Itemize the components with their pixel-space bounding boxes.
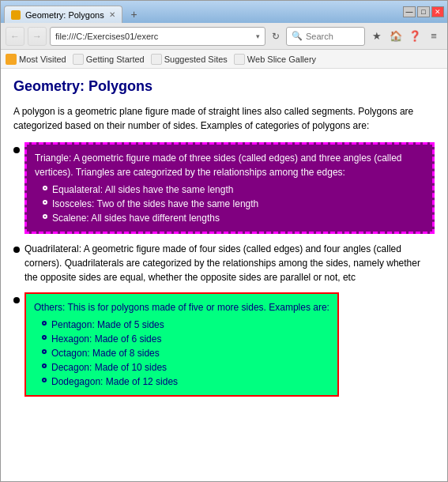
pocket-icon[interactable]: ❓ [406,28,424,45]
bookmark-suggested-label: Suggested Sites [164,55,228,64]
triangle-text: Triangle: A geometric figure made of thr… [35,153,401,178]
close-button[interactable]: ✕ [431,6,444,17]
sub-item-octagon-text: Octagon: Made of 8 sides [51,346,160,360]
tab-title: Geometry: Polygons [25,10,104,20]
bookmark-web-slice[interactable]: Web Slice Gallery [234,54,316,65]
bookmark-most-visited-label: Most Visited [19,55,66,64]
sub-item-scalene: Scalene: All sides have different length… [43,211,424,225]
sub-item-isosceles: Isosceles: Two of the sides have the sam… [43,197,424,211]
triangle-content: Triangle: A geometric figure made of thr… [24,142,435,234]
list-item-others: Others: This is for polygons made of fiv… [13,292,435,397]
address-bar[interactable]: file:///C:/Exercises01/exerc ▾ [50,27,265,46]
sub-item-pentagon: Pentagon: Made of 5 sides [42,318,329,332]
home-icon[interactable]: 🏠 [387,28,405,45]
sub-bullet-8 [42,378,47,382]
forward-button[interactable]: → [28,27,47,46]
bookmarks-bar: Most Visited Getting Started Suggested S… [1,50,447,69]
search-input[interactable] [306,32,361,41]
sub-item-dodegagon: Dodegagon: Made of 12 sides [42,375,329,389]
bookmark-suggested-sites[interactable]: Suggested Sites [151,54,228,65]
sub-item-isosceles-text: Isosceles: Two of the sides have the sam… [52,197,258,211]
sub-item-hexagon-text: Hexagon: Made of 6 sides [51,332,161,346]
sub-bullet-2 [43,200,47,205]
sub-bullet-6 [42,349,47,354]
search-box[interactable]: 🔍 [286,27,365,46]
sub-bullet-1 [43,186,47,190]
others-sub-list: Pentagon: Made of 5 sides Hexagon: Made … [42,318,329,389]
triangle-sub-list: Equalateral: All sides have the same len… [43,183,424,225]
list-item-triangle: Triangle: A geometric figure made of thr… [13,142,435,234]
quad-text: Quadrilateral: A geometric figure made o… [24,242,435,284]
sub-item-dodegagon-text: Dodegagon: Made of 12 sides [51,375,178,389]
more-icon[interactable]: ≡ [425,28,442,45]
triangle-box: Triangle: A geometric figure made of thr… [24,142,435,234]
refresh-button[interactable]: ↻ [269,31,283,42]
sub-item-decagon: Decagon: Made of 10 sides [42,360,329,375]
bookmark-favicon-2 [73,54,84,65]
bookmark-favicon-4 [234,54,245,65]
others-box: Others: This is for polygons made of fiv… [24,292,339,397]
list-item-quadrilateral: Quadrilateral: A geometric figure made o… [13,242,435,284]
browser-window: Geometry: Polygons ✕ + — □ ✕ ← → file://… [0,0,448,482]
sub-item-decagon-text: Decagon: Made of 10 sides [51,360,167,375]
sub-bullet-7 [42,363,47,368]
address-dropdown-icon[interactable]: ▾ [256,32,260,40]
sub-item-scalene-text: Scalene: All sides have different length… [52,211,220,225]
back-button[interactable]: ← [6,27,24,46]
maximize-button[interactable]: □ [417,6,430,17]
bullet-triangle [13,144,20,234]
bookmark-getting-started[interactable]: Getting Started [73,54,145,65]
nav-icons: ★ 🏠 ❓ ≡ [368,28,442,45]
browser-tab[interactable]: Geometry: Polygons ✕ [4,6,122,23]
tab-area: Geometry: Polygons ✕ + [4,1,400,23]
title-bar: Geometry: Polygons ✕ + — □ ✕ [1,1,447,23]
bookmark-web-slice-label: Web Slice Gallery [247,55,316,64]
bookmark-favicon-3 [151,54,162,65]
sub-item-octagon: Octagon: Made of 8 sides [42,346,329,360]
others-text: Others: This is for polygons made of fiv… [34,302,329,313]
others-content: Others: This is for polygons made of fiv… [24,292,339,397]
tab-favicon [11,10,21,20]
minimize-button[interactable]: — [403,6,416,17]
sub-item-equalateral-text: Equalateral: All sides have the same len… [52,183,233,197]
sub-item-hexagon: Hexagon: Made of 6 sides [42,332,329,346]
page-content: Geometry: Polygons A polygon is a geomet… [1,69,447,481]
bullet-others [13,294,20,397]
window-controls: — □ ✕ [403,6,444,17]
page-title: Geometry: Polygons [13,78,435,95]
bookmark-favicon-1 [6,54,17,65]
intro-paragraph: A polygon is a geometric plane figure ma… [13,104,435,133]
address-text: file:///C:/Exercises01/exerc [55,32,256,41]
search-icon: 🔍 [292,31,303,41]
bullet-quadrilateral [13,243,20,284]
sub-bullet-5 [42,335,47,340]
sub-bullet-3 [43,214,47,219]
sub-item-pentagon-text: Pentagon: Made of 5 sides [51,318,164,332]
navigation-bar: ← → file:///C:/Exercises01/exerc ▾ ↻ 🔍 ★… [1,23,447,50]
new-tab-button[interactable]: + [126,6,143,23]
tab-close-button[interactable]: ✕ [109,10,115,19]
bookmark-most-visited[interactable]: Most Visited [6,54,66,65]
sub-bullet-4 [42,321,47,326]
favorites-icon[interactable]: ★ [368,28,386,45]
main-list: Triangle: A geometric figure made of thr… [13,142,435,397]
sub-item-equalateral: Equalateral: All sides have the same len… [43,183,424,197]
bookmark-getting-started-label: Getting Started [86,55,145,64]
